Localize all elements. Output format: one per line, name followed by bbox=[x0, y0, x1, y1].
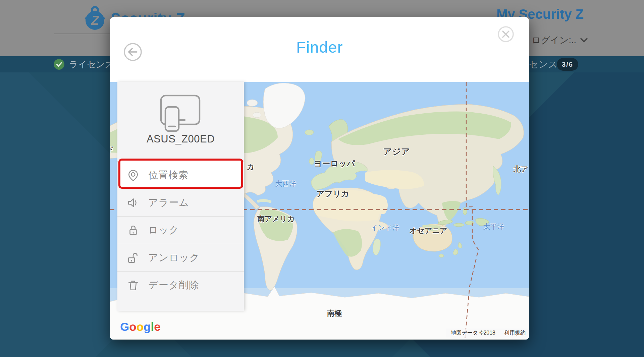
menu-item-locate[interactable]: 位置検索 bbox=[117, 162, 244, 189]
modal-title: Finder bbox=[110, 38, 529, 56]
map-label: 大西洋 bbox=[275, 179, 297, 188]
chevron-down-icon bbox=[580, 38, 588, 43]
page-background: Z Security Z My Security Z ログイン:.. ライセンス… bbox=[0, 0, 644, 357]
trash-icon bbox=[127, 279, 140, 292]
location-pin-icon bbox=[127, 169, 140, 182]
menu-item-lock[interactable]: ロック bbox=[117, 217, 244, 244]
login-label: ログイン:.. bbox=[532, 34, 576, 46]
map-label: 南アメリカ bbox=[257, 214, 295, 224]
device-panel: ASUS_Z00ED 位置検索 アラーム bbox=[117, 82, 244, 311]
unlock-icon bbox=[127, 251, 140, 264]
check-icon bbox=[54, 59, 64, 70]
menu-item-unlock[interactable]: アンロック bbox=[117, 244, 244, 272]
svg-text:Z: Z bbox=[91, 13, 99, 27]
map-label: アフリカ bbox=[316, 188, 349, 199]
license-count-badge: 3/6 bbox=[557, 58, 578, 71]
terms-link[interactable]: 利用規約 bbox=[504, 330, 526, 337]
google-logo-letter: G bbox=[120, 320, 129, 334]
speaker-icon bbox=[127, 196, 140, 209]
device-name: ASUS_Z00ED bbox=[117, 133, 244, 145]
google-logo-letter: o bbox=[137, 320, 144, 334]
map-data-attribution: 地図データ ©2018 bbox=[451, 330, 495, 337]
app-logo-icon: Z bbox=[84, 5, 106, 32]
map-label: 北ア bbox=[514, 164, 529, 174]
google-logo: Google bbox=[120, 320, 161, 334]
device-action-menu: 位置検索 アラーム ロック bbox=[117, 161, 244, 299]
google-logo-letter: g bbox=[144, 320, 151, 334]
google-logo-letter: e bbox=[154, 320, 160, 334]
google-logo-letter: o bbox=[129, 320, 136, 334]
google-logo-letter: l bbox=[151, 320, 154, 334]
close-icon bbox=[497, 26, 514, 43]
map-label: アジア bbox=[383, 146, 410, 158]
map-attribution: 地図データ ©2018 利用規約 bbox=[446, 329, 529, 338]
finder-modal: Finder bbox=[110, 17, 529, 340]
device-header: ASUS_Z00ED bbox=[117, 82, 244, 161]
map-label: オセアニア bbox=[410, 226, 447, 236]
lock-icon bbox=[127, 224, 140, 237]
map-label: ヨーロッパ bbox=[314, 158, 355, 169]
menu-item-wipe[interactable]: データ削除 bbox=[117, 272, 244, 299]
map-label: ド bbox=[110, 145, 114, 154]
map-label: 太平洋 bbox=[483, 222, 504, 231]
menu-item-alarm[interactable]: アラーム bbox=[117, 189, 244, 217]
login-menu[interactable]: ログイン:.. bbox=[532, 34, 588, 46]
map-label: 南極 bbox=[327, 308, 342, 318]
map-label: カ bbox=[247, 162, 255, 172]
close-button[interactable] bbox=[497, 26, 514, 43]
map-label: インド洋 bbox=[371, 223, 399, 232]
